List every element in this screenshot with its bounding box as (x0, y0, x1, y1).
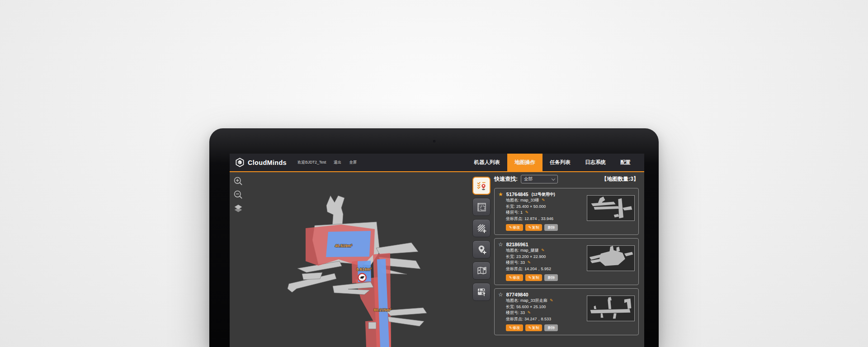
tab-task-list[interactable]: 任务列表 (542, 154, 578, 171)
tab-map-operation[interactable]: 地图操作 (507, 154, 542, 171)
panel-header: 快速查找: 全部 【地图数量:3】 (494, 174, 639, 185)
modify-button[interactable]: ✎修改 (506, 274, 523, 281)
map-origin-value: 12.874，33.946 (524, 216, 553, 221)
map-thumbnail (587, 245, 635, 271)
map-card[interactable]: ☆ 82186961 地图名: map_腿腿 ✎ 长宽: 23.200 × 22… (494, 238, 639, 285)
map-size-value: 56.600 × 25.100 (516, 305, 546, 309)
map-floor-value: 33 (520, 260, 525, 265)
map-floor-value: 1 (520, 210, 523, 215)
webcam-dot (433, 140, 435, 142)
zoom-in-icon[interactable] (233, 176, 243, 186)
delete-button[interactable]: 删除 (544, 224, 558, 231)
top-navbar: CloudMinds 欢迎BJDT2_Test 退出 全屏 机器人列表 地图操作… (230, 154, 644, 172)
area-label-small: 8.614m² (356, 267, 372, 272)
map-floor-value: 33 (520, 310, 525, 315)
edit-pencil-icon: ✎ (528, 326, 532, 330)
zoom-out-icon[interactable] (233, 190, 243, 200)
map-zoom-controls (233, 176, 243, 213)
add-point-icon (476, 244, 487, 255)
route-task-tool-button[interactable] (472, 177, 491, 195)
measure-frame-icon (476, 202, 487, 212)
map-name-label: 地图名: (506, 248, 519, 253)
edit-pencil-icon[interactable]: ✎ (550, 298, 553, 303)
map-id: 82186961 (506, 241, 528, 248)
copy-button[interactable]: ✎复制 (525, 324, 542, 331)
route-task-icon (476, 180, 487, 191)
logout-link[interactable]: 退出 (334, 160, 341, 165)
chevron-down-icon (552, 177, 555, 180)
map-name-value: map_33层走廊 (520, 298, 547, 303)
measure-frame-tool-button[interactable] (472, 198, 491, 216)
fullscreen-link[interactable]: 全屏 (349, 160, 357, 165)
modify-button[interactable]: ✎修改 (506, 224, 523, 231)
quick-search-label: 快速查找: (494, 175, 518, 183)
cloudminds-logo-icon (235, 158, 245, 167)
layers-icon[interactable] (233, 203, 243, 213)
add-region-icon (476, 223, 487, 234)
map-floor-label: 楼层号: (506, 310, 519, 315)
map-card[interactable]: ★ 51764845 (12号使用中) 地图名: map_33楼 ✎ 长宽: 2… (494, 188, 639, 235)
map-origin-label: 坐标原点: (506, 216, 524, 221)
modify-button[interactable]: ✎修改 (506, 324, 523, 331)
edit-pencil-icon: ✎ (528, 225, 532, 230)
tab-robot-list[interactable]: 机器人列表 (467, 154, 508, 171)
edit-pencil-icon[interactable]: ✎ (528, 260, 531, 265)
filter-selected-value: 全部 (524, 176, 533, 182)
app-screen: CloudMinds 欢迎BJDT2_Test 退出 全屏 机器人列表 地图操作… (230, 154, 644, 347)
tab-log-system[interactable]: 日志系统 (578, 154, 613, 171)
edit-pencil-icon[interactable]: ✎ (541, 248, 545, 253)
tab-config[interactable]: 配置 (613, 154, 638, 171)
map-name-label: 地图名: (506, 198, 519, 202)
map-upload-icon (476, 287, 487, 297)
card-actions: ✎修改 ✎复制 删除 (506, 224, 635, 231)
robot-position-marker[interactable] (358, 273, 366, 281)
map-card[interactable]: ☆ 87749840 地图名: map_33层走廊 ✎ 长宽: 56.600 ×… (494, 288, 639, 335)
delete-button[interactable]: 删除 (544, 274, 558, 281)
map-size-value: 25.400 × 50.000 (516, 204, 546, 209)
area-label-large: 40.519m² (335, 244, 353, 248)
edit-pencil-icon[interactable]: ✎ (528, 310, 531, 315)
map-name-value: map_腿腿 (520, 248, 539, 253)
map-origin-label: 坐标原点: (506, 317, 524, 321)
edit-pencil-icon[interactable]: ✎ (542, 198, 545, 202)
edit-pencil-icon[interactable]: ✎ (525, 210, 529, 215)
map-thumbnail (587, 295, 635, 321)
nav-tabs: 机器人列表 地图操作 任务列表 日志系统 配置 (467, 154, 645, 171)
map-canvas[interactable]: 40.519m² 8.614m² 80.215m² (230, 172, 469, 347)
map-size-label: 长宽: (506, 204, 515, 209)
card-actions: ✎修改 ✎复制 删除 (506, 274, 635, 281)
copy-button[interactable]: ✎复制 (525, 274, 542, 281)
edit-pencil-icon: ✎ (528, 276, 532, 280)
star-icon[interactable]: ★ (498, 192, 503, 197)
delete-button[interactable]: 删除 (544, 324, 558, 331)
brand: CloudMinds (235, 158, 287, 167)
map-annotate-tool-button[interactable] (472, 262, 491, 280)
map-count-text: 【地图数量:3】 (601, 175, 639, 183)
map-floor-label: 楼层号: (506, 210, 519, 215)
add-point-tool-button[interactable] (472, 240, 491, 258)
copy-button[interactable]: ✎复制 (525, 224, 542, 231)
edit-pencil-icon: ✎ (509, 326, 512, 330)
map-size-label: 长宽: (506, 254, 515, 259)
map-thumbnail (587, 195, 635, 221)
map-origin-label: 坐标原点: (506, 267, 524, 271)
card-actions: ✎修改 ✎复制 删除 (506, 324, 635, 331)
map-origin-value: 34.247，8.533 (524, 317, 551, 321)
map-tool-column (472, 177, 491, 301)
star-icon[interactable]: ☆ (498, 292, 503, 297)
map-upload-tool-button[interactable] (472, 283, 491, 301)
add-region-tool-button[interactable] (472, 219, 491, 237)
map-list-panel: 快速查找: 全部 【地图数量:3】 ★ 51764845 (12号使用中) (494, 174, 639, 335)
map-annotate-icon (476, 266, 487, 276)
map-size-value: 23.200 × 22.900 (516, 254, 546, 259)
laptop-bezel: CloudMinds 欢迎BJDT2_Test 退出 全屏 机器人列表 地图操作… (209, 128, 659, 347)
map-in-use-badge: (12号使用中) (532, 191, 555, 197)
star-icon[interactable]: ☆ (498, 242, 503, 247)
main-content: 40.519m² 8.614m² 80.215m² (230, 172, 644, 347)
map-name-value: map_33楼 (520, 198, 539, 202)
session-links: 欢迎BJDT2_Test 退出 全屏 (297, 160, 357, 165)
filter-select[interactable]: 全部 (521, 175, 558, 183)
edit-pencil-icon: ✎ (509, 225, 512, 230)
area-label-corridor: 80.215m² (374, 308, 392, 312)
map-size-label: 长宽: (506, 305, 515, 309)
